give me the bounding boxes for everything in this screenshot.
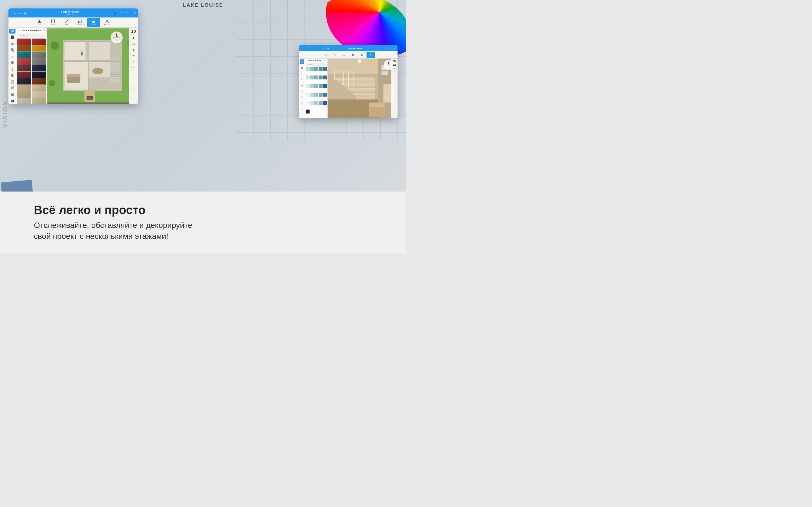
toolbar-sm: ⬡ ⬜ ▭ 🏛 🛋 ✦ [299,51,398,59]
sofa-category-icon[interactable]: 🛋 [9,29,15,34]
camera-sm-icon[interactable]: 📷 [393,63,396,66]
door-category-icon[interactable]: 🚪 [9,73,15,78]
expand-icon[interactable]: ⤢ [133,11,136,15]
more-icon[interactable]: ⋮ [129,11,132,15]
tool-land[interactable]: Land [33,18,46,27]
stone-sm-icon[interactable]: ◈ [300,83,304,88]
tool-sm-land[interactable]: ⬡ [321,52,330,58]
paint-swatch-2[interactable] [310,67,314,71]
paint-swatch-20[interactable] [323,93,327,97]
paint-sm-icon[interactable]: 🎨 [300,59,304,64]
up-button[interactable]: ▲ [130,46,137,54]
down-button[interactable]: ▼ [130,58,137,65]
layers-icon[interactable]: ▤ [24,11,27,15]
paint-search-box[interactable]: Search [306,63,326,66]
tile-sm-icon[interactable]: ▪ [300,71,304,76]
tool-sm-wall[interactable]: ▭ [340,52,348,58]
2d-view-button[interactable]: 2D [132,29,136,34]
more-sm-icon[interactable]: ⋮ [391,47,393,50]
undo-icon[interactable]: ↩ [14,11,16,15]
paint-swatch-14[interactable] [319,84,322,88]
home-sm-icon[interactable]: ⌂ [324,47,326,50]
svg-text:N: N [116,34,117,36]
interior-3d-view[interactable]: N 2D 📷 ▲ ▼ [327,59,398,118]
wood-sm-icon[interactable]: ≡ [300,77,304,82]
sofa-item-20[interactable] [32,98,46,104]
tool-sm-arch[interactable]: 🏛 [349,52,357,58]
tool-textures[interactable]: Textures [101,18,114,27]
2d-sm-button[interactable]: 2D [393,60,396,62]
svg-rect-69 [369,103,385,107]
tool-sm-room[interactable]: ⬜ [331,52,339,58]
help-icon[interactable]: ? [125,11,127,15]
tool-architecture[interactable]: Architecture [73,18,87,27]
sofa-item-19[interactable] [17,98,31,104]
appliance-category-icon[interactable]: 📺 [9,99,15,103]
paint-swatch-19[interactable] [319,93,322,97]
home-icon[interactable]: ⌂ [21,11,23,15]
tool-sm-obj[interactable]: 🛋 [357,52,366,58]
paint-swatch-dark[interactable] [306,110,310,114]
paint-swatch-7[interactable] [310,75,314,79]
cart-sm-icon[interactable]: 🛒 [385,47,388,50]
tool-sm-texture[interactable]: ✦ [366,52,375,58]
flooring-sm-icon[interactable]: ▦ [300,65,304,70]
decor-category-icon[interactable]: 🪴 [9,61,15,65]
paint-swatch-15[interactable] [323,84,327,88]
help-sm-icon[interactable]: ? [389,47,390,50]
people-icon[interactable]: 👥 [114,11,118,15]
paint-swatch-12[interactable] [310,84,314,88]
tool-room[interactable]: Room [47,18,59,27]
paint-swatch-11[interactable] [306,84,310,88]
metal-sm-icon[interactable]: ⬡ [300,95,304,100]
outdoor-category-icon[interactable]: 🌿 [9,86,15,91]
people-sm-icon[interactable]: 👥 [382,47,384,50]
paint-swatch-13[interactable] [314,84,318,88]
back-button[interactable]: ← [18,29,21,32]
paint-swatch-18[interactable] [314,93,318,97]
curtain-category-icon[interactable]: 🪟 [9,79,15,84]
cart-icon[interactable]: 🛒 [119,11,123,15]
paint-swatch-4[interactable] [319,67,322,71]
tool-objects[interactable]: Objects [87,18,100,27]
kitchen-category-icon[interactable]: 🍳 [9,48,15,53]
paint-swatch-21[interactable] [306,101,310,105]
search-sm-icon[interactable]: 🔍 [324,59,326,61]
bath-category-icon[interactable]: 🛁 [9,54,15,59]
paint-swatch-9[interactable] [319,75,322,79]
down-sm-button[interactable]: ▼ [393,71,396,73]
layers-sm-icon[interactable]: ▤ [327,47,329,50]
paint-swatch-17[interactable] [310,93,314,97]
hamburger-icon[interactable]: ☰ [11,11,14,15]
paint-swatch-24[interactable] [319,101,322,105]
expand-sm-icon[interactable]: ⤢ [394,47,396,50]
paint-swatch-5[interactable] [323,67,327,71]
paint-swatch-22[interactable] [310,101,314,105]
paint-swatch-23[interactable] [314,101,318,105]
paint-swatch-25[interactable] [323,101,327,105]
svg-rect-51 [338,80,375,82]
tool-wall[interactable]: Wall [60,18,73,27]
table-category-icon[interactable]: ⬛ [9,35,15,40]
svg-rect-56 [353,93,375,95]
paint-swatch-1[interactable] [306,67,310,71]
undo-sm-icon[interactable]: ↩ [322,47,324,50]
paint-swatch-6[interactable] [306,75,310,79]
paint-swatch-10[interactable] [323,75,327,79]
lighting-category-icon[interactable]: 💡 [9,67,15,71]
paint-swatch-3[interactable] [314,67,318,71]
back-sm-button[interactable]: ← [306,60,308,61]
bed-category-icon[interactable]: 🛏 [9,41,15,46]
fabric-sm-icon[interactable]: ◫ [300,89,304,94]
paint-swatch-8[interactable] [314,75,318,79]
hamburger-sm-icon[interactable]: ☰ [301,47,303,50]
3d-floor-plan-view[interactable]: Welcome N S W E [47,27,138,104]
storage-category-icon[interactable]: 📦 [9,92,15,97]
glass-sm-icon[interactable]: ◻ [300,101,304,105]
redo-icon[interactable]: ↪ [17,11,20,15]
recent-icon[interactable]: ⏱ [42,29,45,32]
heart-sm-icon[interactable]: ♡ [300,107,304,111]
paint-swatch-16[interactable] [306,93,310,97]
visit-button[interactable]: 👁 [130,35,137,42]
up-sm-button[interactable]: ▲ [393,67,396,70]
